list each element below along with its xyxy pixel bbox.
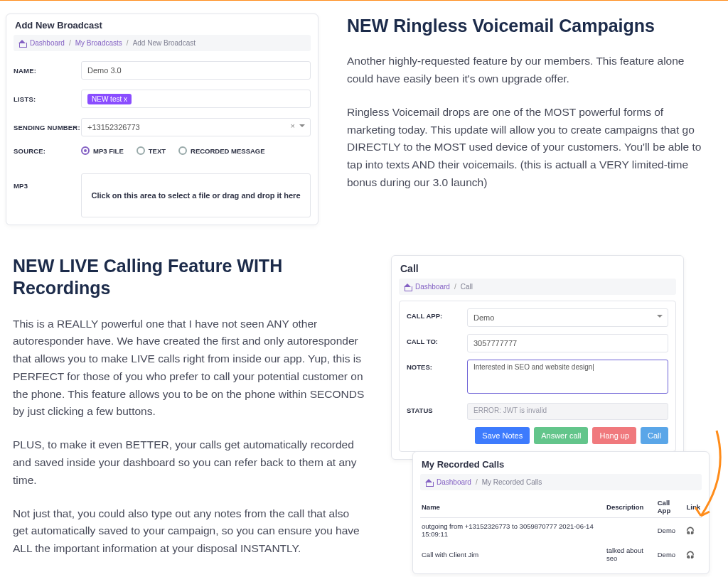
- lists-input[interactable]: NEW test x: [81, 90, 311, 108]
- clear-icon[interactable]: ×: [291, 122, 295, 130]
- sending-number-label: SENDING NUMBER:: [14, 124, 81, 131]
- section-live-calling: NEW LIVE Calling Feature WITH Recordings…: [13, 255, 365, 573]
- breadcrumb-dashboard[interactable]: Dashboard: [415, 283, 450, 291]
- sending-number-select[interactable]: [81, 118, 311, 136]
- breadcrumb: Dashboard / Call: [399, 279, 676, 295]
- home-icon: [19, 41, 26, 47]
- col-name: Name: [420, 496, 605, 518]
- breadcrumb: Dashboard / My Broadcasts / Add New Broa…: [14, 35, 311, 51]
- section-ringless-voicemail: NEW Ringless Voicemail Campaigns Another…: [347, 15, 702, 207]
- headphones-icon[interactable]: 🎧: [686, 527, 695, 534]
- name-input[interactable]: [81, 61, 311, 80]
- name-label: NAME:: [14, 67, 81, 75]
- section-paragraph: Ringless Voicemail drops are one of the …: [347, 104, 702, 192]
- section-heading: NEW Ringless Voicemail Campaigns: [347, 15, 702, 37]
- source-radio-recorded[interactable]: RECORDED MESSAGE: [178, 146, 265, 155]
- section-heading: NEW LIVE Calling Feature WITH Recordings: [13, 255, 365, 300]
- table-row: Call with Client Jim talked about seo De…: [420, 542, 702, 566]
- col-description: Description: [605, 496, 656, 518]
- panel-title: Call: [400, 263, 676, 274]
- radio-icon: [81, 146, 90, 155]
- radio-icon: [136, 146, 145, 155]
- answer-call-button[interactable]: Answer call: [534, 427, 588, 444]
- recorded-calls-panel: My Recorded Calls Dashboard / My Recorde…: [412, 451, 710, 574]
- section-paragraph: Another highly-requested feature by our …: [347, 53, 702, 88]
- hang-up-button[interactable]: Hang up: [592, 427, 636, 444]
- call-button[interactable]: Call: [641, 427, 668, 444]
- notes-label: NOTES:: [407, 360, 467, 371]
- notes-textarea[interactable]: [467, 360, 668, 394]
- headphones-icon[interactable]: 🎧: [686, 551, 695, 559]
- lists-label: LISTS:: [14, 95, 81, 103]
- mp3-label: MP3: [14, 165, 81, 190]
- list-chip[interactable]: NEW test x: [87, 94, 132, 104]
- panel-title: Add New Broadcast: [15, 20, 311, 31]
- add-new-broadcast-panel: Add New Broadcast Dashboard / My Broadca…: [6, 14, 318, 225]
- chevron-down-icon[interactable]: [299, 124, 305, 127]
- col-link: Link: [685, 496, 702, 518]
- home-icon: [405, 284, 411, 291]
- call-to-label: CALL TO:: [407, 334, 467, 345]
- section-paragraph: This is a REALLY powerful one that I hav…: [13, 316, 365, 421]
- breadcrumb-current: Call: [461, 283, 473, 291]
- call-panel: Call Dashboard / Call CALL APP: CALL TO:…: [391, 255, 684, 460]
- source-label: SOURCE:: [14, 147, 81, 155]
- radio-icon: [178, 146, 187, 155]
- section-paragraph: Not just that, you could also type out a…: [13, 505, 365, 558]
- breadcrumb-current: Add New Broadcast: [133, 39, 196, 47]
- recorded-calls-table: Name Description Call App Link outgoing …: [420, 496, 702, 566]
- source-radio-text[interactable]: TEXT: [136, 146, 166, 155]
- col-call-app: Call App: [656, 496, 685, 518]
- status-readout: ERROR: JWT is invalid: [467, 403, 668, 420]
- table-row: outgoing from +13152326773 to 3059870777…: [420, 518, 702, 543]
- source-radio-mp3[interactable]: MP3 FILE: [81, 146, 124, 155]
- breadcrumb-current: My Recorded Calls: [482, 478, 542, 486]
- call-to-input[interactable]: [467, 334, 668, 352]
- call-app-label: CALL APP:: [407, 308, 467, 320]
- panel-title: My Recorded Calls: [422, 459, 702, 470]
- breadcrumb-dashboard[interactable]: Dashboard: [437, 478, 471, 486]
- chevron-down-icon[interactable]: [657, 315, 663, 318]
- file-dropzone[interactable]: Click on this area to select a file or d…: [81, 173, 311, 217]
- save-notes-button[interactable]: Save Notes: [475, 427, 530, 444]
- call-app-select[interactable]: [467, 308, 668, 327]
- breadcrumb-dashboard[interactable]: Dashboard: [30, 39, 65, 47]
- status-label: STATUS: [407, 403, 467, 414]
- home-icon: [426, 480, 432, 486]
- section-paragraph: PLUS, to make it even BETTER, your calls…: [13, 436, 365, 489]
- breadcrumb: Dashboard / My Recorded Calls: [420, 474, 702, 490]
- breadcrumb-my-broadcasts[interactable]: My Broadcasts: [75, 39, 122, 47]
